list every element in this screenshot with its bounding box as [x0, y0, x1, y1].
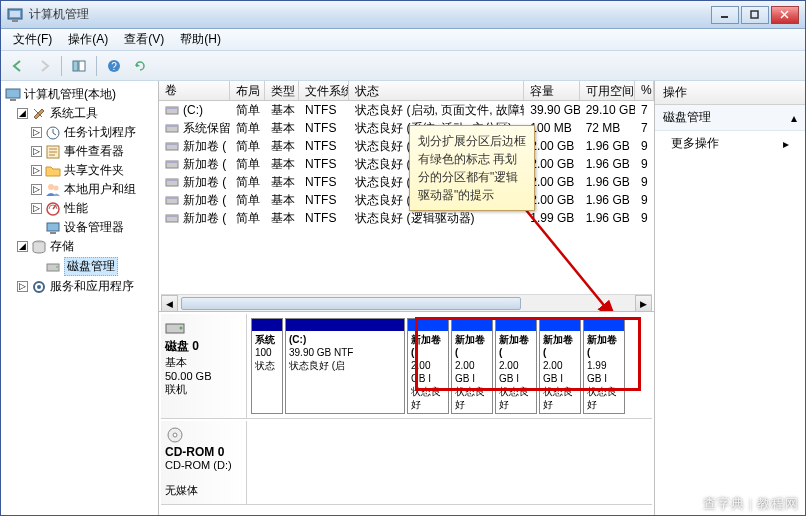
tools-icon — [31, 106, 47, 122]
volume-row[interactable]: 新加卷 (简单基本NTFS状态良好 (逻辑驱动器)2.00 GB1.96 GB9 — [159, 173, 654, 191]
svg-rect-19 — [50, 232, 56, 234]
minimize-button[interactable] — [711, 6, 739, 24]
back-button[interactable] — [7, 55, 29, 77]
tree-device-manager[interactable]: 设备管理器 — [3, 218, 156, 237]
col-status[interactable]: 状态 — [349, 81, 524, 100]
volume-row[interactable]: 系统保留简单基本NTFS状态良好 (系统, 活动, 主分区)100 MB72 M… — [159, 119, 654, 137]
svg-rect-30 — [166, 143, 178, 145]
col-filesystem[interactable]: 文件系统 — [299, 81, 349, 100]
scroll-right-button[interactable]: ▶ — [635, 295, 652, 311]
volume-icon — [165, 121, 179, 135]
col-layout[interactable]: 布局 — [230, 81, 265, 100]
volume-row[interactable]: 新加卷 (简单基本NTFS状态良好 (逻辑驱动器)2.00 GB1.96 GB9 — [159, 155, 654, 173]
svg-rect-11 — [6, 89, 20, 98]
partition[interactable]: (C:)39.90 GB NTF状态良好 (启 — [285, 318, 405, 414]
scroll-thumb[interactable] — [181, 297, 521, 310]
volume-row[interactable]: 新加卷 (简单基本NTFS状态良好 (逻辑驱动器)2.00 GB1.96 GB9 — [159, 137, 654, 155]
performance-icon — [45, 201, 61, 217]
cdrom-icon — [165, 427, 185, 443]
window-title: 计算机管理 — [29, 6, 711, 23]
users-icon — [45, 182, 61, 198]
menu-file[interactable]: 文件(F) — [5, 29, 60, 50]
list-header: 卷 布局 类型 文件系统 状态 容量 可用空间 % — [159, 81, 654, 101]
svg-rect-28 — [166, 125, 178, 127]
partition-header — [540, 319, 580, 331]
disk-0-partitions: 系统100状态(C:)39.90 GB NTF状态良好 (启新加卷 (2.00 … — [247, 314, 652, 418]
menu-help[interactable]: 帮助(H) — [172, 29, 229, 50]
col-volume[interactable]: 卷 — [159, 81, 230, 100]
disk-label: 磁盘 0 — [165, 339, 199, 353]
clock-icon — [45, 125, 61, 141]
partition[interactable]: 新加卷 (2.00 GB I状态良好 — [451, 318, 493, 414]
partition-header — [252, 319, 282, 331]
actions-more[interactable]: 更多操作 ▸ — [655, 131, 805, 156]
folder-icon — [45, 163, 61, 179]
partition[interactable]: 新加卷 (2.00 GB I状态良好 — [539, 318, 581, 414]
disk-0-block: 磁盘 0 基本 50.00 GB 联机 系统100状态(C:)39.90 GB … — [161, 314, 652, 419]
partition-header — [584, 319, 624, 331]
svg-rect-12 — [10, 99, 16, 101]
tree-shared-folders[interactable]: ▷ 共享文件夹 — [3, 161, 156, 180]
actions-title: 操作 — [655, 81, 805, 105]
tree-system-tools[interactable]: ◢ 系统工具 — [3, 104, 156, 123]
cdrom-status: 无媒体 — [165, 484, 198, 496]
event-icon — [45, 144, 61, 160]
disk-status: 联机 — [165, 383, 187, 395]
disk-0-header[interactable]: 磁盘 0 基本 50.00 GB 联机 — [161, 314, 247, 418]
partition[interactable]: 新加卷 (1.99 GB I状态良好 — [583, 318, 625, 414]
services-icon — [31, 279, 47, 295]
volume-icon — [165, 103, 179, 117]
volume-row[interactable]: (C:)简单基本NTFS状态良好 (启动, 页面文件, 故障转储, 主分区)39… — [159, 101, 654, 119]
col-free[interactable]: 可用空间 — [580, 81, 635, 100]
app-icon — [7, 7, 23, 23]
actions-group[interactable]: 磁盘管理 ▴ — [655, 105, 805, 131]
partition[interactable]: 新加卷 (2.00 GB I状态良好 — [495, 318, 537, 414]
refresh-button[interactable] — [129, 55, 151, 77]
expand-icon[interactable]: ▷ — [31, 127, 42, 138]
expand-icon[interactable]: ▷ — [31, 184, 42, 195]
maximize-button[interactable] — [741, 6, 769, 24]
collapse-icon[interactable]: ◢ — [17, 241, 28, 252]
tree-task-scheduler[interactable]: ▷ 任务计划程序 — [3, 123, 156, 142]
col-type[interactable]: 类型 — [265, 81, 300, 100]
toolbar: ? — [1, 51, 805, 81]
volume-icon — [165, 193, 179, 207]
svg-rect-2 — [12, 20, 18, 22]
svg-point-22 — [56, 266, 58, 268]
scroll-left-button[interactable]: ◀ — [161, 295, 178, 311]
svg-text:?: ? — [111, 61, 117, 72]
tree-services[interactable]: ▷ 服务和应用程序 — [3, 277, 156, 296]
disk-size: 50.00 GB — [165, 370, 211, 382]
expand-icon[interactable]: ▷ — [31, 165, 42, 176]
content-area: 计算机管理(本地) ◢ 系统工具 ▷ 任务计划程序 ▷ 事件查看器 ▷ 共享文件… — [1, 81, 805, 515]
expand-icon[interactable]: ▷ — [31, 146, 42, 157]
svg-rect-32 — [166, 161, 178, 163]
tree-local-users[interactable]: ▷ 本地用户和组 — [3, 180, 156, 199]
disk-type: 基本 — [165, 356, 187, 368]
disk-icon — [165, 320, 185, 336]
partition[interactable]: 新加卷 (2.00 GB I状态良好 — [407, 318, 449, 414]
show-hide-button[interactable] — [68, 55, 90, 77]
menu-action[interactable]: 操作(A) — [60, 29, 116, 50]
help-button[interactable]: ? — [103, 55, 125, 77]
close-button[interactable] — [771, 6, 799, 24]
tree-root[interactable]: 计算机管理(本地) — [3, 85, 156, 104]
tree-event-viewer[interactable]: ▷ 事件查看器 — [3, 142, 156, 161]
collapse-icon[interactable]: ◢ — [17, 108, 28, 119]
tree-disk-management[interactable]: 磁盘管理 — [3, 256, 156, 277]
col-percent[interactable]: % — [635, 81, 654, 100]
col-capacity[interactable]: 容量 — [524, 81, 579, 100]
svg-rect-34 — [166, 179, 178, 181]
cdrom-block: CD-ROM 0 CD-ROM (D:) 无媒体 — [161, 421, 652, 505]
menu-view[interactable]: 查看(V) — [116, 29, 172, 50]
partition[interactable]: 系统100状态 — [251, 318, 283, 414]
forward-button[interactable] — [33, 55, 55, 77]
tree-performance[interactable]: ▷ 性能 — [3, 199, 156, 218]
partition-header — [452, 319, 492, 331]
expand-icon[interactable]: ▷ — [17, 281, 28, 292]
window: 计算机管理 文件(F) 操作(A) 查看(V) 帮助(H) ? 计算机管理(本地… — [0, 0, 806, 516]
cdrom-header[interactable]: CD-ROM 0 CD-ROM (D:) 无媒体 — [161, 421, 247, 504]
expand-icon[interactable]: ▷ — [31, 203, 42, 214]
svg-rect-38 — [166, 215, 178, 217]
tree-storage[interactable]: ◢ 存储 — [3, 237, 156, 256]
